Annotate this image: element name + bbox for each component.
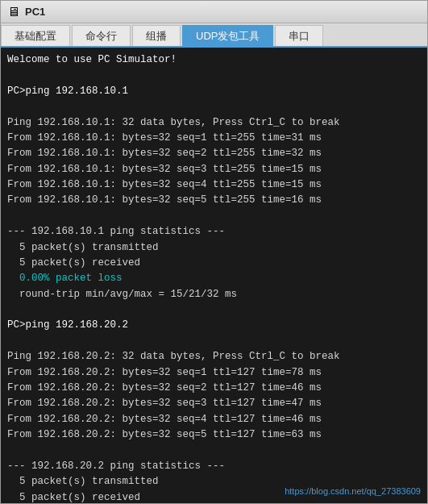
terminal-line-18	[7, 334, 421, 349]
terminal-line-20: From 192.168.20.2: bytes=32 seq=1 ttl=12…	[7, 365, 421, 381]
terminal-line-11: --- 192.168.10.1 ping statistics ---	[7, 224, 421, 240]
terminal-line-6: From 192.168.10.1: bytes=32 seq=2 ttl=25…	[7, 146, 421, 161]
terminal-line-1	[7, 68, 421, 83]
terminal-line-19: Ping 192.168.20.2: 32 data bytes, Press …	[7, 349, 421, 364]
terminal-line-22: From 192.168.20.2: bytes=32 seq=3 ttl=12…	[7, 396, 421, 411]
terminal-line-14: 0.00% packet loss	[7, 271, 421, 286]
watermark: https://blog.csdn.net/qq_27383609	[285, 485, 421, 498]
terminal-line-21: From 192.168.20.2: bytes=32 seq=2 ttl=12…	[7, 381, 421, 396]
title-bar: 🖥 PC1	[1, 1, 427, 23]
tab-3[interactable]: UDP发包工具	[182, 25, 273, 46]
terminal-line-13: 5 packet(s) received	[7, 256, 421, 271]
terminal-line-9: From 192.168.10.1: bytes=32 seq=5 ttl=25…	[7, 193, 421, 208]
tab-1[interactable]: 命令行	[72, 25, 131, 46]
terminal-line-5: From 192.168.10.1: bytes=32 seq=1 ttl=25…	[7, 131, 421, 146]
tab-bar: 基础配置命令行组播UDP发包工具串口	[1, 23, 427, 48]
terminal-line-17: PC>ping 192.168.20.2	[7, 318, 421, 333]
terminal-line-25	[7, 443, 421, 458]
window-title: PC1	[25, 6, 45, 18]
terminal-line-8: From 192.168.10.1: bytes=32 seq=4 ttl=25…	[7, 177, 421, 193]
terminal-line-15: round-trip min/avg/max = 15/21/32 ms	[7, 287, 421, 302]
terminal-line-26: --- 192.168.20.2 ping statistics ---	[7, 459, 421, 474]
terminal-line-2: PC>ping 192.168.10.1	[7, 84, 421, 99]
terminal-line-12: 5 packet(s) transmitted	[7, 240, 421, 256]
window-icon: 🖥	[7, 6, 20, 19]
terminal-line-24: From 192.168.20.2: bytes=32 seq=5 ttl=12…	[7, 427, 421, 443]
terminal-line-4: Ping 192.168.10.1: 32 data bytes, Press …	[7, 115, 421, 131]
terminal-line-3	[7, 99, 421, 115]
terminal-line-0: Welcome to use PC Simulator!	[7, 52, 421, 68]
tab-2[interactable]: 组播	[132, 25, 181, 46]
terminal-line-16	[7, 302, 421, 318]
terminal-line-7: From 192.168.10.1: bytes=32 seq=3 ttl=25…	[7, 162, 421, 177]
terminal-area[interactable]: Welcome to use PC Simulator! PC>ping 192…	[1, 48, 427, 504]
terminal-line-23: From 192.168.20.2: bytes=32 seq=4 ttl=12…	[7, 412, 421, 427]
tab-0[interactable]: 基础配置	[1, 25, 70, 46]
terminal-line-10	[7, 209, 421, 224]
tab-4[interactable]: 串口	[275, 25, 323, 46]
